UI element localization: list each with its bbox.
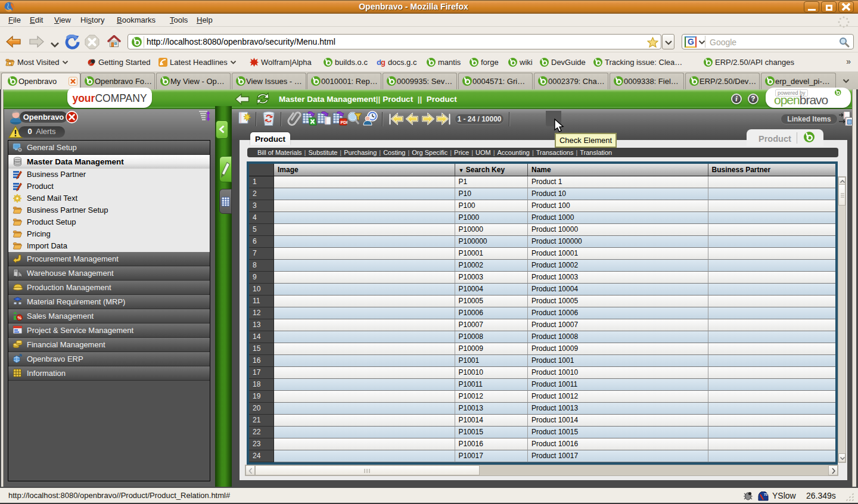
svg-text:72: 72 — [764, 493, 768, 496]
svg-text:%: % — [18, 315, 22, 321]
svg-text:g: g — [381, 58, 386, 67]
svg-text:PDF: PDF — [341, 120, 348, 125]
